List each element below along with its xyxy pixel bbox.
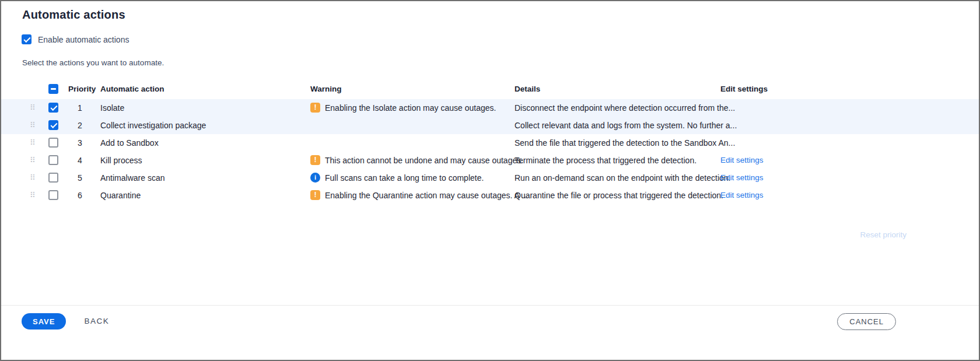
warning-icon: ! bbox=[310, 190, 320, 200]
drag-handle-icon[interactable]: ⠿ bbox=[30, 103, 36, 113]
details-text: Collect relevant data and logs from the … bbox=[514, 121, 737, 130]
details-text: Quarantine the file or process that trig… bbox=[514, 191, 723, 200]
action-name: Collect investigation package bbox=[100, 121, 206, 130]
table-header-row: Priority Automatic action Warning Detail… bbox=[1, 82, 979, 99]
edit-settings-link[interactable]: Edit settings bbox=[720, 191, 764, 199]
row-checkbox[interactable] bbox=[48, 103, 58, 113]
footer-bar: SAVE BACK CANCEL bbox=[1, 305, 979, 360]
table-body: ⠿ 1 Isolate ! Enabling the Isolate actio… bbox=[1, 99, 979, 204]
edit-settings-link[interactable]: Edit settings bbox=[720, 156, 764, 164]
cancel-button[interactable]: CANCEL bbox=[837, 313, 896, 330]
action-name: Antimalware scan bbox=[100, 173, 165, 183]
priority-value: 3 bbox=[68, 138, 92, 148]
priority-value: 6 bbox=[68, 191, 92, 200]
save-button[interactable]: SAVE bbox=[22, 313, 66, 330]
details-text: Send the file that triggered the detecti… bbox=[514, 138, 735, 148]
info-icon: i bbox=[310, 173, 320, 183]
details-text: Disconnect the endpoint where detection … bbox=[514, 103, 735, 113]
back-button[interactable]: BACK bbox=[84, 313, 109, 330]
table-row: ⠿ 6 Quarantine ! Enabling the Quarantine… bbox=[1, 187, 979, 204]
row-checkbox[interactable] bbox=[48, 120, 58, 130]
drag-handle-icon[interactable]: ⠿ bbox=[30, 191, 36, 200]
column-header-edit-settings: Edit settings bbox=[720, 85, 768, 93]
column-header-automatic-action: Automatic action bbox=[100, 85, 164, 93]
action-name: Isolate bbox=[100, 103, 124, 113]
priority-value: 1 bbox=[68, 103, 92, 113]
row-checkbox[interactable] bbox=[48, 138, 58, 148]
priority-value: 4 bbox=[68, 156, 92, 165]
select-all-checkbox[interactable] bbox=[48, 84, 58, 94]
enable-automatic-actions-label: Enable automatic actions bbox=[38, 35, 129, 44]
enable-automatic-actions-checkbox[interactable] bbox=[22, 34, 32, 44]
automatic-actions-table: Priority Automatic action Warning Detail… bbox=[1, 82, 979, 204]
details-text: Terminate the process that triggered the… bbox=[514, 156, 696, 165]
automatic-actions-page: Automatic actions Enable automatic actio… bbox=[0, 0, 980, 361]
warning-text: This action cannot be undone and may cau… bbox=[325, 156, 523, 165]
column-header-priority: Priority bbox=[68, 85, 96, 93]
subtitle-text: Select the actions you want to automate. bbox=[22, 58, 164, 67]
enable-automatic-actions-row: Enable automatic actions bbox=[22, 34, 129, 44]
table-row: ⠿ 5 Antimalware scan i Full scans can ta… bbox=[1, 169, 979, 187]
action-name: Quarantine bbox=[100, 191, 141, 200]
table-row: ⠿ 2 Collect investigation package Collec… bbox=[1, 117, 979, 134]
priority-value: 2 bbox=[68, 121, 92, 130]
warning-icon: ! bbox=[310, 155, 320, 165]
warning-icon: ! bbox=[310, 103, 320, 113]
table-row: ⠿ 3 Add to Sandbox Send the file that tr… bbox=[1, 134, 979, 152]
action-name: Add to Sandbox bbox=[100, 138, 159, 148]
row-checkbox[interactable] bbox=[48, 173, 58, 183]
warning-text: Enabling the Quarantine action may cause… bbox=[325, 191, 528, 200]
details-text: Run an on-demand scan on the endpoint wi… bbox=[514, 173, 730, 183]
edit-settings-link[interactable]: Edit settings bbox=[720, 173, 764, 182]
row-checkbox[interactable] bbox=[48, 190, 58, 200]
drag-handle-icon[interactable]: ⠿ bbox=[30, 156, 36, 165]
reset-priority-link[interactable]: Reset priority bbox=[860, 230, 907, 239]
drag-handle-icon[interactable]: ⠿ bbox=[30, 121, 36, 130]
warning-text: Full scans can take a long time to compl… bbox=[325, 173, 484, 183]
row-checkbox[interactable] bbox=[48, 155, 58, 165]
page-title: Automatic actions bbox=[22, 8, 125, 22]
drag-handle-icon[interactable]: ⠿ bbox=[30, 138, 36, 148]
column-header-warning: Warning bbox=[310, 85, 342, 93]
priority-value: 5 bbox=[68, 173, 92, 183]
action-name: Kill process bbox=[100, 156, 142, 165]
table-row: ⠿ 1 Isolate ! Enabling the Isolate actio… bbox=[1, 99, 979, 117]
drag-handle-icon[interactable]: ⠿ bbox=[30, 173, 36, 183]
table-row: ⠿ 4 Kill process ! This action cannot be… bbox=[1, 152, 979, 169]
warning-text: Enabling the Isolate action may cause ou… bbox=[325, 103, 496, 113]
column-header-details: Details bbox=[514, 85, 540, 93]
